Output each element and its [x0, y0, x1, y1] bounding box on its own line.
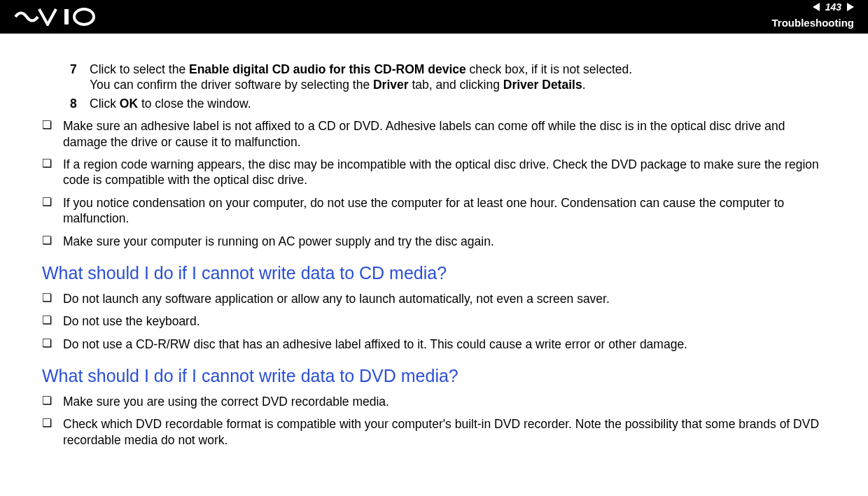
bullet-item: ❏ Make sure your computer is running on …: [42, 234, 826, 249]
bullet-item: ❏ If a region code warning appears, the …: [42, 157, 826, 188]
bullet-icon: ❏: [42, 118, 63, 150]
page-nav: 143: [813, 1, 854, 13]
bullet-icon: ❏: [42, 416, 63, 448]
bullet-text: Check which DVD recordable format is com…: [63, 416, 826, 448]
step-item: 8 Click OK to close the window.: [42, 96, 826, 111]
bullet-text: Make sure you are using the correct DVD …: [63, 394, 826, 409]
next-page-icon[interactable]: [847, 3, 854, 11]
bullet-text: Make sure an adhesive label is not affix…: [63, 118, 826, 150]
svg-rect-0: [64, 9, 69, 24]
section-heading: What should I do if I cannot write data …: [42, 364, 826, 387]
page-header: 143 Troubleshooting: [0, 0, 868, 34]
step-item: 7 Click to select the Enable digital CD …: [42, 62, 826, 93]
bullet-icon: ❏: [42, 157, 63, 188]
section-label: Troubleshooting: [772, 17, 855, 29]
step-text: Click OK to close the window.: [90, 96, 826, 111]
bullet-item: ❏ Do not use a CD-R/RW disc that has an …: [42, 336, 826, 352]
bullet-item: ❏ Do not launch any software application…: [42, 291, 826, 306]
bullet-item: ❏ Make sure you are using the correct DV…: [42, 394, 826, 409]
bullet-icon: ❏: [42, 313, 63, 329]
step-number: 7: [70, 62, 90, 93]
bullet-icon: ❏: [42, 195, 63, 227]
bullet-text: Do not use the keyboard.: [63, 313, 826, 329]
step-number: 8: [70, 96, 90, 111]
bullet-icon: ❏: [42, 234, 63, 249]
section-heading: What should I do if I cannot write data …: [42, 262, 826, 284]
bullet-icon: ❏: [42, 336, 63, 352]
bullet-item: ❏ Do not use the keyboard.: [42, 313, 826, 329]
page-content: 7 Click to select the Enable digital CD …: [0, 34, 868, 462]
bullet-text: If a region code warning appears, the di…: [63, 157, 826, 188]
vaio-logo: [14, 8, 105, 26]
bullet-text: Do not launch any software application o…: [63, 291, 826, 306]
bullet-item: ❏ Make sure an adhesive label is not aff…: [42, 118, 826, 150]
bullet-item: ❏ Check which DVD recordable format is c…: [42, 416, 826, 448]
bullet-text: Make sure your computer is running on AC…: [63, 234, 826, 249]
prev-page-icon[interactable]: [813, 3, 820, 11]
bullet-text: If you notice condensation on your compu…: [63, 195, 826, 227]
step-text: Click to select the Enable digital CD au…: [90, 62, 826, 93]
bullet-text: Do not use a CD-R/RW disc that has an ad…: [63, 336, 826, 352]
svg-point-1: [74, 9, 94, 24]
page-number: 143: [825, 1, 841, 13]
bullet-icon: ❏: [42, 291, 63, 306]
bullet-item: ❏ If you notice condensation on your com…: [42, 195, 826, 227]
bullet-icon: ❏: [42, 394, 63, 409]
